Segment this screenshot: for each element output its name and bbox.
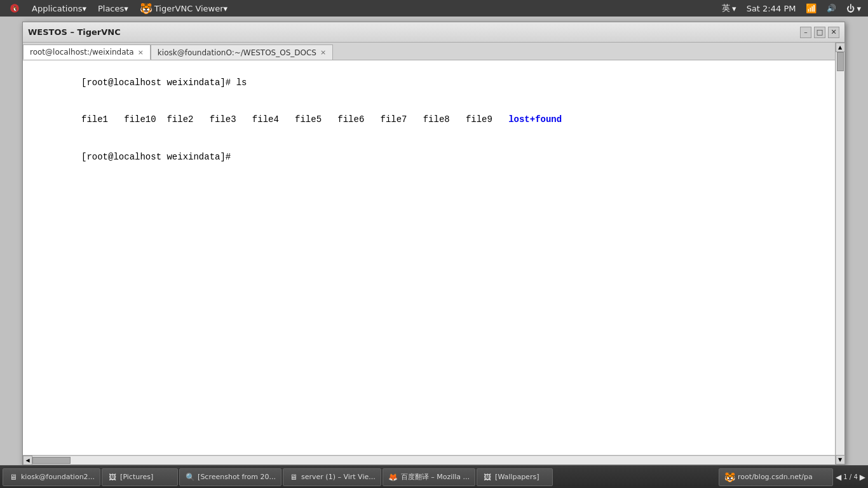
sys-bar-left: 🐧 Applications ▾ Places ▾ 🐯 TigerVNC Vie… [4, 1, 233, 16]
scroll-up-arrow[interactable]: ▲ [836, 43, 845, 52]
taskbar-item-tigervnc[interactable]: 🐯 root/blog.csdn.net/pa [719, 468, 833, 486]
taskbar-item-kiosk[interactable]: 🖥 kiosk@foundation2... [3, 468, 100, 486]
datetime-display: Sat 2:44 PM [743, 3, 799, 15]
terminal-output[interactable]: [root@localhost weixindata]# ls file1 fi… [23, 60, 844, 455]
vnc-close-button[interactable]: ✕ [828, 27, 839, 38]
terminal-line-2-prefix: file1 file10 file2 file3 file4 file5 fil… [81, 114, 508, 125]
vnc-titlebar: WESTOS – TigerVNC – □ ✕ [23, 22, 844, 43]
scroll-horizontal-track[interactable] [32, 456, 835, 464]
tab-label-kiosk: kiosk@foundationO:~/WESTOS_OS_DOCS [158, 48, 316, 57]
tigervnc-menu[interactable]: 🐯 TigerVNC Viewer ▾ [135, 1, 233, 16]
taskbar-label-screenshot: [Screenshot from 20... [198, 473, 276, 481]
volume-icon: 🔊 [827, 4, 836, 13]
language-label: 英 [722, 3, 730, 14]
taskbar-page-indicator: 1 / 4 [843, 473, 857, 480]
taskbar-icon-virt: 🖥 [288, 472, 299, 482]
svg-text:🐧: 🐧 [12, 6, 18, 11]
horizontal-scrollbar[interactable]: ◀ ▶ [23, 455, 844, 464]
taskbar-pagination: ◀ 1 / 4 ▶ [836, 473, 865, 482]
applications-label: Applications [32, 4, 82, 13]
taskbar-label-tigervnc: root/blog.csdn.net/pa [738, 473, 813, 481]
scroll-vertical-thumb[interactable] [837, 52, 844, 71]
taskbar-right: 🐯 root/blog.csdn.net/pa ◀ 1 / 4 ▶ [719, 468, 865, 486]
vnc-window: WESTOS – TigerVNC – □ ✕ root@localhost:/… [22, 22, 845, 465]
tab-root-weixindata[interactable]: root@localhost:/weixindata × [23, 44, 151, 60]
language-indicator[interactable]: 英 ▾ [719, 1, 740, 15]
applications-menu[interactable]: Applications ▾ [27, 3, 92, 15]
terminal-line-1: [root@localhost weixindata]# ls [28, 64, 839, 102]
scroll-horizontal-thumb[interactable] [32, 457, 71, 464]
tigervnc-arrow: ▾ [224, 4, 228, 13]
linux-icon: 🐧 [9, 3, 20, 14]
linux-icon-item[interactable]: 🐧 [4, 1, 25, 15]
taskbar-label-wallpapers: [Wallpapers] [495, 473, 539, 481]
power-menu[interactable]: ⏻ ▾ [843, 3, 864, 15]
terminal-line-2-highlight: lost+found [508, 114, 562, 125]
taskbar-label-kiosk: kiosk@foundation2... [21, 473, 95, 481]
scroll-vertical-track[interactable] [836, 52, 844, 455]
vnc-minimize-button[interactable]: – [800, 27, 811, 38]
taskbar-item-virt[interactable]: 🖥 server (1) – Virt Vie... [283, 468, 381, 486]
terminal-line-3: [root@localhost weixindata]# [28, 139, 839, 177]
places-label: Places [98, 4, 124, 13]
system-bar: 🐧 Applications ▾ Places ▾ 🐯 TigerVNC Vie… [0, 0, 868, 17]
tab-label-root: root@localhost:/weixindata [30, 48, 134, 57]
terminal-line-2: file1 file10 file2 file3 file4 file5 fil… [28, 102, 839, 139]
scroll-down-arrow[interactable]: ▼ [836, 455, 845, 464]
wifi-icon: 📶 [806, 3, 817, 13]
taskbar-icon-kiosk: 🖥 [8, 472, 18, 482]
language-arrow: ▾ [732, 4, 736, 13]
taskbar-item-screenshot[interactable]: 🔍 [Screenshot from 20... [179, 468, 281, 486]
tab-kiosk-westos[interactable]: kiosk@foundationO:~/WESTOS_OS_DOCS × [151, 44, 333, 60]
terminal-line-3-text: [root@localhost weixindata]# [81, 152, 236, 162]
places-menu[interactable]: Places ▾ [93, 3, 133, 15]
taskbar-prev-page[interactable]: ◀ [836, 473, 841, 482]
scroll-left-arrow[interactable]: ◀ [23, 456, 32, 465]
wifi-status[interactable]: 📶 [803, 2, 820, 15]
datetime-text: Sat 2:44 PM [747, 4, 796, 13]
taskbar-icon-screenshot: 🔍 [185, 472, 195, 482]
terminal-container: root@localhost:/weixindata × kiosk@found… [23, 43, 844, 464]
taskbar-item-pictures[interactable]: 🖼 [Pictures] [102, 468, 178, 486]
tab-close-root[interactable]: × [138, 49, 144, 56]
sys-bar-right: 英 ▾ Sat 2:44 PM 📶 🔊 ⏻ ▾ [719, 1, 864, 15]
taskbar-icon-firefox: 🦊 [388, 472, 398, 482]
taskbar-item-wallpapers[interactable]: 🖼 [Wallpapers] [477, 468, 553, 486]
volume-control[interactable]: 🔊 [824, 3, 839, 14]
tab-close-kiosk[interactable]: × [320, 49, 326, 56]
places-arrow: ▾ [124, 4, 128, 13]
power-arrow: ▾ [857, 4, 861, 13]
taskbar-icon-pictures: 🖼 [107, 472, 118, 482]
taskbar-label-firefox: 百度翻译 – Mozilla ... [401, 472, 470, 482]
tigervnc-label: TigerVNC Viewer [154, 4, 224, 13]
power-icon: ⏻ [846, 4, 855, 13]
vnc-maximize-button[interactable]: □ [814, 27, 825, 38]
taskbar-label-virt: server (1) – Virt Vie... [301, 473, 376, 481]
taskbar-icon-tigervnc: 🐯 [724, 472, 735, 482]
desktop: WESTOS – TigerVNC – □ ✕ root@localhost:/… [0, 17, 868, 488]
vertical-scrollbar[interactable]: ▲ ▼ [835, 43, 844, 464]
terminal-line-1-text: [root@localhost weixindata]# ls [81, 78, 247, 88]
taskbar-icon-wallpapers: 🖼 [482, 472, 492, 482]
applications-arrow: ▾ [82, 4, 86, 13]
taskbar: 🖥 kiosk@foundation2... 🖼 [Pictures] 🔍 [S… [0, 465, 868, 488]
vnc-title: WESTOS – TigerVNC [28, 27, 121, 37]
tab-bar: root@localhost:/weixindata × kiosk@found… [23, 43, 844, 60]
taskbar-item-firefox[interactable]: 🦊 百度翻译 – Mozilla ... [383, 468, 475, 486]
taskbar-next-page[interactable]: ▶ [860, 473, 865, 482]
taskbar-label-pictures: [Pictures] [120, 473, 153, 481]
vnc-window-controls: – □ ✕ [800, 27, 839, 38]
